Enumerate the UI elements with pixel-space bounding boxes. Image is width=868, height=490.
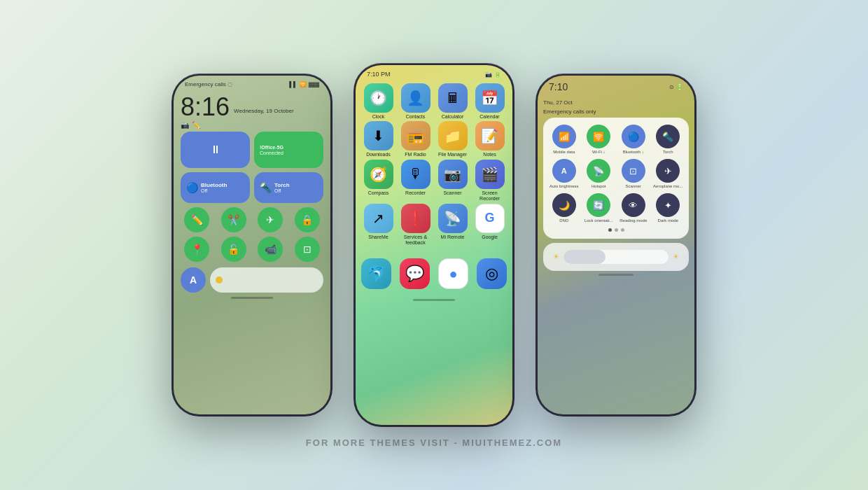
app-screenrecorder[interactable]: 🎬 Screen Recorder (472, 160, 507, 202)
app-feedback[interactable]: ❗ Services & feedback (398, 204, 433, 246)
qs-scanner[interactable]: ⊡ Scanner (618, 159, 649, 189)
clock-label: Clock (372, 114, 385, 120)
qs-rotation[interactable]: 🔄 Lock orientati... (584, 193, 615, 223)
qs-dnd[interactable]: 🌙 DND (549, 193, 580, 223)
camera-icon-3: ⊙ (669, 84, 674, 90)
dock-settings[interactable]: ◎ (477, 258, 507, 289)
app-google[interactable]: G Google (472, 204, 507, 246)
cc-scissor-btn[interactable]: ✂️ (221, 207, 246, 232)
contacts-label: Contacts (406, 114, 426, 120)
airplane-icon: ✈ (656, 159, 680, 183)
app-calculator[interactable]: 🖩 Calculator (435, 83, 470, 120)
rotation-label: Lock orientati... (584, 218, 613, 223)
qs-emergency: Emergency calls only (543, 108, 596, 115)
qs-hotspot[interactable]: 📡 Hotspot (584, 159, 615, 189)
status-time-2: 7:10 PM (367, 71, 391, 78)
dock: 🐬 💬 ● ◎ (356, 253, 512, 295)
cc-wifi-btn[interactable]: !Office-5G Connected (254, 132, 323, 168)
cc-unlock-btn[interactable]: 🔓 (221, 237, 246, 262)
app-row-1: 🕐 Clock 👤 Contacts 🖩 Calculator 📅 Calend… (361, 83, 507, 120)
qs-bluetooth[interactable]: 🔵 Bluetooth ↓ (618, 125, 649, 155)
qs-darkmode[interactable]: ✦ Dark mode (653, 193, 684, 223)
app-notes[interactable]: 📝 Notes (472, 121, 507, 158)
airplane-label: Aeroplane mo... (653, 184, 682, 189)
phone-2: 7:10 PM 📷 🔋 🕐 Clock 👤 Contacts (354, 63, 514, 427)
phone-1: Emergency calls ◌ ▌▌ 🛜 ▓▓▓ 8:16 Wednesda… (172, 74, 332, 416)
app-row-4: ↗ ShareMe ❗ Services & feedback 📡 Mi Rem… (361, 204, 507, 246)
status-time-3: 7:10 (549, 81, 568, 92)
cc-edit-btn[interactable]: ✏️ (184, 207, 209, 232)
dot-1 (608, 228, 612, 232)
qs-mobiledata[interactable]: 📶 Mobile data (549, 125, 580, 155)
brightness-low-icon: ☀ (553, 253, 559, 260)
calendar-icon: 📅 (475, 83, 505, 113)
dock-miui[interactable]: 🐬 (361, 258, 391, 289)
camera-status-icon: 📷 (485, 71, 492, 78)
cc-video-btn[interactable]: 📹 (258, 237, 283, 262)
app-fmradio[interactable]: 📻 FM Radio (398, 121, 433, 158)
app-filemanager[interactable]: 📁 File Manager (435, 121, 470, 158)
qs-date: Thu, 27 Oct (543, 99, 596, 106)
app-compass[interactable]: 🧭 Compass (361, 160, 396, 202)
battery-3: 🔋 (676, 84, 683, 90)
calculator-icon: 🖩 (438, 83, 468, 113)
cc-screenshot-btn[interactable]: ⊡ (295, 237, 320, 262)
fmradio-icon: 📻 (401, 121, 430, 150)
cc-grid-row1: ⏸ !Office-5G Connected (181, 132, 323, 168)
miremote-icon: 📡 (438, 204, 468, 233)
watermark: FOR MORE THEMES VISIT - MIUITHEMEZ.COM (306, 438, 562, 448)
app-clock[interactable]: 🕐 Clock (361, 83, 396, 120)
cc-plane-btn[interactable]: ✈ (258, 207, 283, 232)
brightness-fill (564, 250, 606, 264)
qs-panel: Thu, 27 Oct Emergency calls only 📶 Mobil… (538, 95, 694, 280)
cc-music-btn[interactable]: ⏸ (181, 132, 250, 168)
bluetooth-icon: 🔵 (186, 182, 198, 193)
torch-icon-3: 🔦 (656, 125, 680, 148)
brightness-slider-row[interactable]: ☀ ☀ (550, 247, 682, 267)
mobiledata-icon: 📶 (552, 125, 576, 148)
wifi-label-3: Wi-Fi ↓ (592, 150, 606, 155)
bluetooth-label: Bluetooth (201, 182, 227, 188)
cc-location-btn[interactable]: 📍 (184, 237, 209, 262)
recorder-label: Recorder (405, 190, 426, 196)
cc-bluetooth-btn[interactable]: 🔵 Bluetooth Off (181, 172, 250, 203)
cc-bottom-row: A (181, 267, 323, 293)
filemanager-icon: 📁 (438, 121, 468, 150)
recorder-icon: 🎙 (401, 160, 430, 189)
dock-messages[interactable]: 💬 (400, 258, 430, 289)
compass-label: Compass (368, 190, 389, 196)
cc-lock-btn[interactable]: 🔒 (295, 207, 320, 232)
app-shareme[interactable]: ↗ ShareMe (361, 204, 396, 246)
qs-reading[interactable]: 👁 Reading mode (618, 193, 649, 223)
qs-autobrightness[interactable]: A Auto brightness (549, 159, 580, 189)
app-contacts[interactable]: 👤 Contacts (398, 83, 433, 120)
darkmode-label: Dark mode (658, 218, 678, 223)
scanner-label-3: Scanner (626, 184, 641, 189)
qs-page-dots (549, 228, 683, 232)
brightness-high-icon: ☀ (673, 253, 679, 260)
app-recorder[interactable]: 🎙 Recorder (398, 160, 433, 202)
app-miremote[interactable]: 📡 Mi Remote (435, 204, 470, 246)
torch-icon: 🔦 (260, 182, 272, 193)
cc-time: 8:16 (181, 94, 230, 120)
qs-torch[interactable]: 🔦 Torch (653, 125, 684, 155)
home-indicator-2 (413, 299, 455, 301)
home-indicator-3 (598, 274, 634, 276)
qs-airplane[interactable]: ✈ Aeroplane mo... (653, 159, 684, 189)
brightness-slider[interactable] (564, 250, 668, 264)
brightness-card: ☀ ☀ (543, 243, 689, 271)
cc-search-bar[interactable] (210, 267, 323, 293)
notes-label: Notes (483, 152, 496, 158)
cc-a-btn[interactable]: A (181, 267, 206, 293)
google-icon: G (475, 204, 505, 233)
calculator-label: Calculator (442, 114, 464, 120)
dock-chrome[interactable]: ● (438, 258, 468, 289)
cc-torch-btn[interactable]: 🔦 Torch Off (254, 172, 323, 203)
wifi-icon: 🛜 (300, 81, 307, 88)
qs-wifi[interactable]: 🛜 Wi-Fi ↓ (584, 125, 615, 155)
app-downloads[interactable]: ⬇ Downloads (361, 121, 396, 158)
app-calendar[interactable]: 📅 Calendar (472, 83, 507, 120)
app-scanner[interactable]: 📷 Scanner (435, 160, 470, 202)
shareme-label: ShareMe (368, 234, 388, 240)
cc-row4: 📍 🔓 📹 ⊡ (181, 237, 323, 262)
